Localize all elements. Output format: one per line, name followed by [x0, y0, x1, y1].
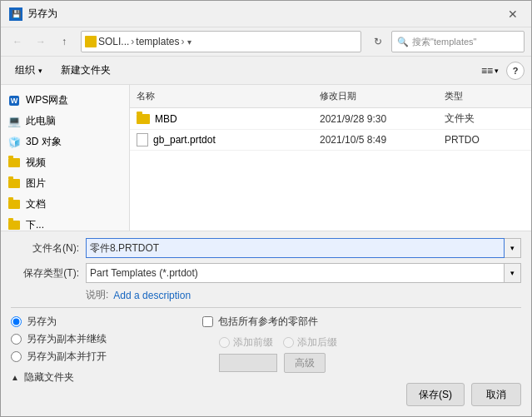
- help-button[interactable]: ?: [506, 62, 525, 80]
- radio-prefix-label: 添加前缀: [233, 335, 273, 350]
- table-row[interactable]: gb_part.prtdot 2021/10/5 8:49 PRTDO: [130, 130, 531, 151]
- view-icon: ≡≡: [481, 65, 493, 77]
- col-header-type[interactable]: 类型: [438, 88, 531, 104]
- path-separator2: ›: [181, 36, 184, 47]
- file-header: 名称 修改日期 类型: [130, 85, 531, 108]
- sidebar-item-picture[interactable]: 图片: [1, 173, 129, 194]
- filetype-label: 保存类型(T):: [11, 266, 86, 280]
- include-references-checkbox[interactable]: [202, 316, 213, 327]
- close-button[interactable]: ✕: [503, 4, 523, 24]
- filetype-dropdown-btn[interactable]: ▾: [505, 263, 521, 283]
- sidebar-item-label: 文档: [26, 197, 46, 211]
- nav-toolbar: ← → ↑ SOLI... › templates › ▾ ↻ 🔍 搜索"tem…: [1, 27, 531, 57]
- sidebar-item-label: 图片: [26, 176, 46, 191]
- view-button[interactable]: ≡≡ ▾: [477, 62, 503, 79]
- radio-save-copy-continue[interactable]: [11, 334, 22, 345]
- up-button[interactable]: ↑: [54, 32, 74, 52]
- main-area: W WPS网盘 💻 此电脑 🧊 3D 对象 视频: [1, 85, 531, 231]
- left-options: 另存为 另存为副本并继续 另存为副本并打开 ▲ 隐藏文件夹: [11, 315, 202, 406]
- radio-row-1: 另存为: [11, 315, 202, 329]
- refresh-button[interactable]: ↻: [368, 32, 388, 52]
- radio-suffix[interactable]: [283, 337, 294, 348]
- path-root: SOLI...: [98, 36, 129, 47]
- doc-folder-icon: [7, 198, 21, 211]
- search-placeholder: 搜索"templates": [412, 36, 477, 48]
- file-type-cell: PRTDO: [438, 134, 531, 146]
- sidebar: W WPS网盘 💻 此电脑 🧊 3D 对象 视频: [1, 85, 130, 231]
- path-dropdown-btn[interactable]: ▾: [186, 37, 193, 47]
- file-pane: 名称 修改日期 类型 MBD 2021/9/28 9:30 文件夹 gb_par: [130, 85, 531, 231]
- advanced-button[interactable]: 高级: [284, 353, 326, 373]
- picture-folder-icon: [7, 177, 21, 191]
- forward-button[interactable]: →: [31, 32, 51, 52]
- radio-save-as[interactable]: [11, 316, 22, 327]
- radio-prefix[interactable]: [219, 337, 230, 348]
- sidebar-item-label: 此电脑: [26, 114, 56, 128]
- pc-icon: 💻: [7, 115, 21, 128]
- hide-files-row: ▲ 隐藏文件夹: [11, 369, 202, 385]
- radio-save-as-label: 另存为: [27, 315, 57, 329]
- description-row: 说明: Add a description: [11, 288, 521, 302]
- path-current: templates: [136, 36, 179, 47]
- new-folder-button[interactable]: 新建文件夹: [53, 60, 118, 81]
- col-header-name[interactable]: 名称: [130, 88, 313, 104]
- hide-files-label[interactable]: 隐藏文件夹: [24, 370, 74, 385]
- divider: [11, 307, 521, 308]
- back-button[interactable]: ←: [7, 32, 27, 52]
- sidebar-item-pc[interactable]: 💻 此电脑: [1, 111, 129, 132]
- app-icon: 💾: [9, 7, 22, 21]
- more-folder-icon: [7, 219, 21, 231]
- button-row: 保存(S) 取消: [202, 383, 521, 406]
- sidebar-item-doc[interactable]: 文档: [1, 194, 129, 215]
- radio-save-copy-open[interactable]: [11, 351, 22, 362]
- path-bar: SOLI... › templates › ▾: [81, 31, 361, 52]
- table-row[interactable]: MBD 2021/9/28 9:30 文件夹: [130, 108, 531, 130]
- sidebar-item-label: 下...: [26, 218, 44, 231]
- wps-icon: W: [7, 94, 21, 107]
- save-button[interactable]: 保存(S): [406, 383, 465, 406]
- sidebar-item-more[interactable]: 下...: [1, 215, 129, 231]
- filename-dropdown-btn[interactable]: ▾: [505, 238, 521, 258]
- sidebar-item-label: WPS网盘: [26, 93, 68, 107]
- sidebar-item-video[interactable]: 视频: [1, 152, 129, 173]
- file-name-cell: MBD: [130, 113, 313, 125]
- col-header-date[interactable]: 修改日期: [313, 88, 438, 104]
- radio-save-copy-open-label: 另存为副本并打开: [27, 350, 107, 364]
- prefix-suffix-input[interactable]: [219, 354, 277, 372]
- right-options: 包括所有参考的零部件 添加前缀 添加后缀 高级: [202, 315, 521, 406]
- file-icon: [137, 133, 148, 146]
- file-list: MBD 2021/9/28 9:30 文件夹 gb_part.prtdot 20…: [130, 108, 531, 231]
- sub-radio-suffix: 添加后缀: [283, 335, 337, 350]
- sidebar-item-label: 3D 对象: [26, 135, 62, 149]
- file-date-cell: 2021/10/5 8:49: [313, 134, 438, 146]
- filename-label: 文件名(N):: [11, 241, 86, 256]
- filename-row: 文件名(N): ▾: [11, 238, 521, 258]
- add-description-link[interactable]: Add a description: [113, 290, 191, 301]
- include-references-label: 包括所有参考的零部件: [218, 315, 318, 329]
- cancel-button[interactable]: 取消: [471, 383, 521, 406]
- folder-icon: [137, 114, 150, 124]
- description-label: 说明:: [86, 288, 108, 302]
- file-name-cell: gb_part.prtdot: [130, 133, 313, 146]
- search-bar: 🔍 搜索"templates": [391, 31, 525, 52]
- sub-radio-prefix: 添加前缀: [219, 335, 273, 350]
- filetype-select[interactable]: Part Templates (*.prtdot): [86, 263, 505, 283]
- radio-save-copy-continue-label: 另存为副本并继续: [27, 332, 107, 346]
- title-bar: 💾 另存为 ✕: [1, 1, 531, 27]
- radio-row-3: 另存为副本并打开: [11, 350, 202, 364]
- options-area: 另存为 另存为副本并继续 另存为副本并打开 ▲ 隐藏文件夹: [11, 311, 521, 410]
- sidebar-item-wps[interactable]: W WPS网盘: [1, 90, 129, 111]
- filename-input[interactable]: [86, 238, 505, 258]
- file-type-cell: 文件夹: [438, 112, 531, 126]
- organize-button[interactable]: 组织 ▾: [7, 60, 50, 81]
- sidebar-item-label: 视频: [26, 156, 46, 170]
- sidebar-item-3d[interactable]: 🧊 3D 对象: [1, 132, 129, 152]
- view-arrow: ▾: [495, 67, 499, 75]
- hide-arrow-icon[interactable]: ▲: [11, 373, 19, 382]
- radio-suffix-label: 添加后缀: [297, 335, 337, 350]
- radio-row-2: 另存为副本并继续: [11, 332, 202, 346]
- save-as-dialog: 💾 另存为 ✕ ← → ↑ SOLI... › templates › ▾ ↻ …: [0, 0, 532, 417]
- sub-options: 添加前缀 添加后缀: [219, 335, 521, 350]
- video-folder-icon: [7, 156, 21, 170]
- path-separator: ›: [131, 36, 134, 47]
